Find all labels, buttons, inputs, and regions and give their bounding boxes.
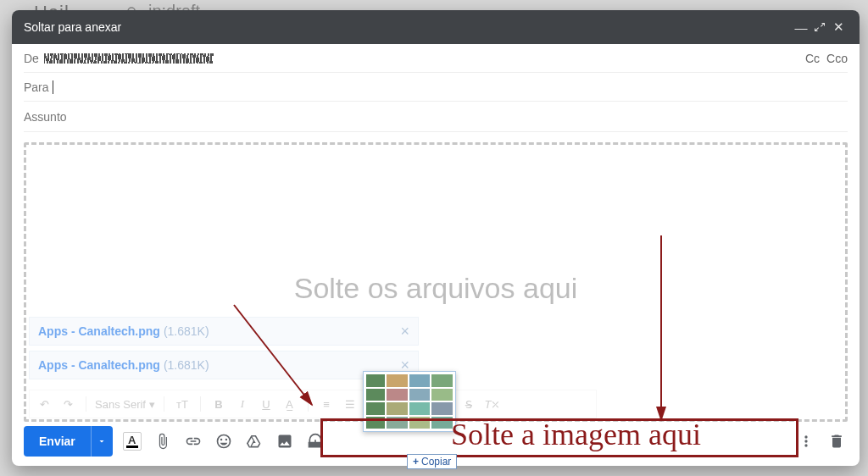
- insert-link-icon[interactable]: [182, 430, 204, 452]
- text-caret: [53, 80, 53, 94]
- compose-window: Soltar para anexar — ✕ De Cc Cco Para As…: [12, 10, 860, 466]
- cc-toggle[interactable]: Cc: [805, 52, 820, 65]
- send-button[interactable]: Enviar: [24, 426, 91, 457]
- subject-placeholder: Assunto: [24, 110, 67, 124]
- strike-icon[interactable]: S̶: [459, 398, 478, 411]
- from-row: De Cc Cco: [24, 44, 848, 73]
- font-family-select[interactable]: Sans Serif ▾: [95, 398, 155, 411]
- remove-attachment-icon[interactable]: ×: [400, 323, 409, 340]
- attachment-chip[interactable]: Apps - Canaltech.png (1.681K) ×: [29, 351, 419, 379]
- attachment-size: (1.681K): [164, 358, 209, 372]
- clear-format-icon[interactable]: T⤫: [483, 398, 502, 411]
- subject-row[interactable]: Assunto: [24, 102, 848, 132]
- from-label: De: [24, 52, 39, 65]
- attachment-name: Apps - Canaltech.png: [38, 324, 160, 338]
- send-group: Enviar: [24, 426, 113, 457]
- minimize-button[interactable]: —: [792, 20, 810, 35]
- attachment-chip[interactable]: Apps - Canaltech.png (1.681K) ×: [29, 317, 419, 346]
- insert-photo-icon[interactable]: [274, 430, 296, 452]
- chevron-down-icon: ▾: [149, 398, 155, 411]
- drop-zone-text: Solte os arquivos aqui: [26, 272, 845, 305]
- font-size-icon[interactable]: тT: [173, 398, 192, 411]
- font-family-label: Sans Serif: [95, 398, 146, 411]
- discard-draft-icon[interactable]: [826, 430, 848, 452]
- attachment-name: Apps - Canaltech.png: [38, 358, 160, 372]
- bcc-toggle[interactable]: Cco: [826, 52, 848, 65]
- close-button[interactable]: ✕: [829, 19, 848, 35]
- emoji-icon[interactable]: [213, 430, 235, 452]
- bold-icon[interactable]: B: [209, 398, 228, 411]
- attachment-size: (1.681K): [164, 324, 209, 338]
- text-format-icon[interactable]: A: [121, 430, 143, 452]
- italic-icon[interactable]: I: [233, 397, 252, 411]
- plus-icon: +: [413, 456, 419, 468]
- text-color-icon[interactable]: A̲: [281, 398, 299, 411]
- ordered-list-icon[interactable]: ☰: [341, 398, 359, 411]
- to-row[interactable]: Para: [24, 73, 848, 102]
- redo-icon[interactable]: ↷: [58, 398, 77, 411]
- align-icon[interactable]: ≡: [317, 398, 336, 411]
- window-title: Soltar para anexar: [24, 20, 792, 34]
- format-toolbar: ↶ ↷ Sans Serif ▾ тT B I U A̲ ≡ ☰ ⋮≡ ⇤ ⇥ …: [29, 390, 597, 418]
- fullscreen-button[interactable]: [810, 20, 829, 35]
- annotation-text: Solte a imagem aqui: [451, 417, 701, 452]
- attach-file-icon[interactable]: [152, 430, 174, 452]
- underline-icon[interactable]: U: [257, 398, 275, 411]
- copy-label: Copiar: [421, 456, 451, 468]
- title-bar: Soltar para anexar — ✕: [12, 10, 860, 44]
- to-label: Para: [24, 80, 49, 94]
- drive-icon[interactable]: [243, 430, 265, 452]
- drag-copy-hint: + Copiar: [407, 454, 457, 469]
- header-rows: De Cc Cco Para Assunto: [12, 44, 860, 132]
- undo-icon[interactable]: ↶: [35, 398, 53, 411]
- from-address-redacted: [44, 53, 214, 64]
- send-options-button[interactable]: [91, 426, 113, 457]
